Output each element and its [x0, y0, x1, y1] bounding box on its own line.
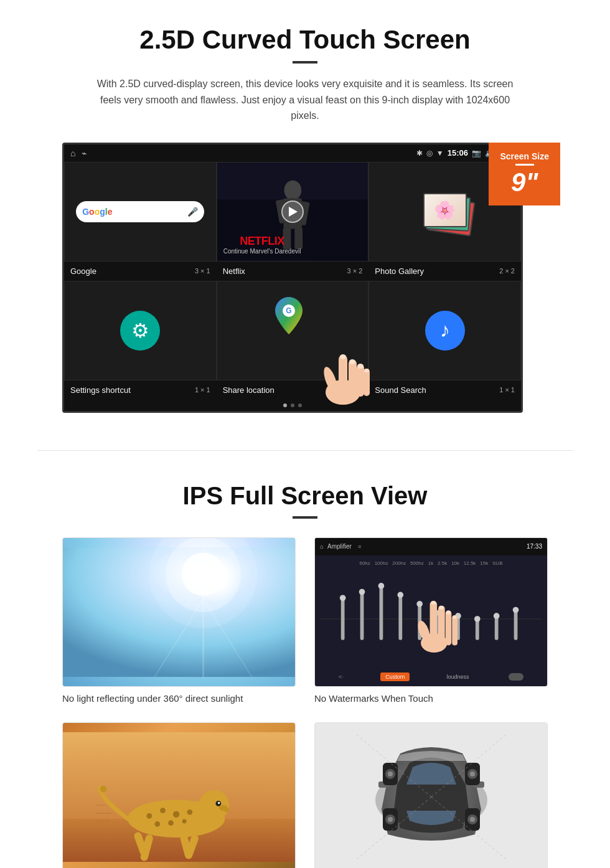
- svg-point-37: [416, 601, 423, 607]
- svg-rect-51: [446, 611, 452, 646]
- amp-home-icon: ⌂: [320, 543, 324, 550]
- settings-icon-circle: ⚙: [120, 311, 160, 351]
- dot-3[interactable]: [298, 403, 302, 407]
- maps-icon: G: [270, 294, 307, 337]
- settings-app-size: 1 × 1: [195, 386, 210, 394]
- badge-size: 9": [511, 167, 538, 197]
- netflix-logo-text: NETFLIX: [223, 235, 301, 248]
- gallery-app-name: Photo Gallery: [375, 267, 424, 276]
- section-ips: IPS Full Screen View: [0, 469, 610, 868]
- svg-point-2: [284, 180, 301, 200]
- svg-point-57: [453, 615, 456, 619]
- svg-point-79: [100, 786, 106, 792]
- car-top-svg: [344, 729, 518, 866]
- sunlight-caption: No light reflecting under 360° direct su…: [62, 693, 296, 704]
- badge-title: Screen Size: [500, 151, 549, 161]
- svg-rect-28: [341, 598, 345, 641]
- netflix-app-cell[interactable]: NETFLIX Continue Marvel's Daredevil: [217, 162, 369, 262]
- feature-cheetah: Super Fast Response: [62, 722, 296, 868]
- settings-label-cell: Settings shortcut 1 × 1: [64, 385, 217, 395]
- amp-footer: <· Custom loudness: [320, 672, 542, 681]
- svg-rect-49: [430, 601, 438, 644]
- netflix-play-button[interactable]: [281, 200, 304, 223]
- loudness-toggle[interactable]: [509, 673, 523, 681]
- netflix-subtitle: Continue Marvel's Daredevil: [223, 248, 301, 255]
- section1-title: 2.5D Curved Touch Screen: [37, 25, 573, 55]
- screen-size-badge: Screen Size 9": [489, 143, 560, 205]
- bluetooth-icon: ✱: [416, 149, 423, 158]
- svg-point-95: [388, 817, 393, 822]
- eq-area: [320, 570, 542, 669]
- netflix-bg: NETFLIX Continue Marvel's Daredevil: [217, 163, 368, 261]
- netflix-label-cell: Netflix 3 × 2: [217, 267, 369, 276]
- share-location-cell[interactable]: G: [217, 281, 369, 380]
- custom-button[interactable]: Custom: [380, 672, 410, 681]
- svg-point-33: [378, 583, 385, 589]
- gallery-stack: 🌸: [420, 187, 470, 237]
- svg-point-43: [474, 616, 481, 622]
- amp-body: 60hz 100hz 200hz 500hz 1k 2.5k 10k 12.5k…: [315, 555, 547, 686]
- app-label-row-1: Google 3 × 1 Netflix 3 × 2 Photo Gallery…: [64, 262, 521, 281]
- svg-point-47: [513, 607, 519, 613]
- amplifier-caption: No Watermarks When Touch: [314, 693, 548, 704]
- feature-car: Large Viewing Angle: [314, 722, 548, 868]
- device-container: Screen Size 9" ⌂ ⌁ ✱ ◎ ▼ 15:06 📷 🔊 ⊠ ▭: [62, 143, 548, 413]
- section-curved-screen: 2.5D Curved Touch Screen With 2.5D curve…: [0, 0, 610, 432]
- amp-menu-icon: ≡: [358, 544, 361, 550]
- sunlight-svg: [63, 538, 295, 686]
- svg-text:G: G: [286, 306, 291, 315]
- pagination-dots: [64, 400, 521, 411]
- google-app-cell[interactable]: Google 🎤: [64, 162, 217, 262]
- amp-title-text: Amplifier: [327, 543, 352, 550]
- mic-icon[interactable]: 🎤: [187, 207, 198, 217]
- svg-point-35: [397, 592, 403, 598]
- amp-header: ⌂ Amplifier ≡ 17:33: [315, 538, 547, 555]
- svg-point-29: [340, 595, 346, 601]
- loudness-label: loudness: [447, 674, 469, 680]
- feature-amplifier: ⌂ Amplifier ≡ 17:33 60hz 100hz 200hz 500…: [314, 537, 548, 704]
- svg-rect-52: [452, 615, 458, 645]
- play-triangle-icon: [289, 207, 298, 217]
- feature-grid: No light reflecting under 360° direct su…: [37, 537, 573, 868]
- app-grid-top: Google 🎤: [64, 162, 521, 262]
- svg-point-61: [199, 790, 230, 821]
- share-app-size: 1 × 1: [347, 386, 363, 394]
- google-logo: Google: [82, 207, 112, 217]
- google-app-name: Google: [70, 267, 96, 276]
- settings-app-cell[interactable]: ⚙: [64, 281, 217, 380]
- sound-search-cell[interactable]: ♪: [368, 281, 521, 380]
- usb-icon: ⌁: [82, 148, 87, 158]
- sun-rays: [190, 553, 240, 603]
- svg-rect-30: [360, 592, 364, 640]
- netflix-app-name: Netflix: [223, 267, 245, 276]
- sunlight-image: [62, 537, 296, 687]
- svg-point-97: [470, 817, 475, 822]
- settings-gear-icon: ⚙: [131, 319, 149, 342]
- google-app-size: 3 × 1: [195, 267, 210, 275]
- cheetah-bg: [63, 723, 295, 868]
- eq-svg: [320, 578, 542, 659]
- dot-2[interactable]: [291, 403, 294, 407]
- amplifier-image: ⌂ Amplifier ≡ 17:33 60hz 100hz 200hz 500…: [314, 537, 548, 687]
- section2-title: IPS Full Screen View: [37, 482, 573, 510]
- dot-1[interactable]: [283, 403, 287, 407]
- svg-point-55: [439, 606, 444, 610]
- badge-underline: [515, 164, 534, 166]
- camera-icon: 📷: [472, 149, 481, 158]
- svg-point-16: [340, 354, 346, 359]
- svg-point-93: [470, 771, 475, 776]
- svg-point-31: [359, 589, 365, 595]
- amplifier-bg: ⌂ Amplifier ≡ 17:33 60hz 100hz 200hz 500…: [315, 538, 547, 686]
- svg-point-71: [187, 809, 193, 815]
- svg-point-70: [173, 811, 179, 817]
- google-search-bar[interactable]: Google 🎤: [76, 201, 204, 222]
- svg-point-65: [218, 802, 220, 804]
- title-underline-1: [293, 61, 317, 64]
- svg-point-67: [223, 808, 229, 812]
- svg-point-45: [494, 613, 500, 620]
- share-label-cell: Share location 1 × 1: [217, 385, 369, 395]
- svg-rect-42: [476, 619, 479, 640]
- home-icon[interactable]: ⌂: [70, 148, 75, 158]
- section-divider: [37, 450, 573, 451]
- share-app-name: Share location: [223, 385, 274, 395]
